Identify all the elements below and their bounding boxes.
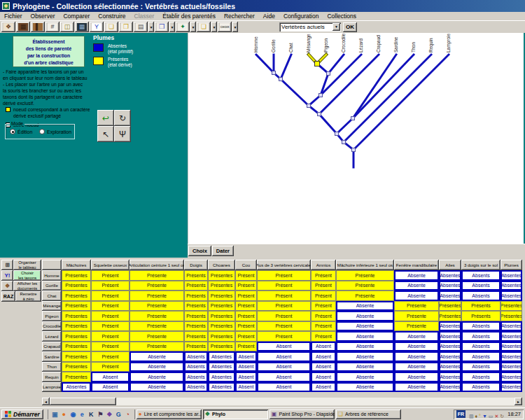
windows-grid-icon[interactable]: ❖ [105,410,114,419]
row-header-crocodile[interactable]: Crocodile [42,321,62,332]
menu-item-fichier[interactable]: Fichier [0,12,27,20]
choix-button[interactable]: CHOIX [218,22,232,32]
task-arbres-button[interactable]: ❏Arbres de référence [336,410,401,419]
menu-item-configuration[interactable]: Configuration [279,12,323,20]
g-icon[interactable]: G [114,410,123,419]
task-paintshop-button[interactable]: ▣Paint Shop Pro - Diapside... [270,410,335,419]
collection-photo-button[interactable]: ❖ [1,22,15,32]
task-lire-button[interactable]: ●Lire et comprendre les ar... [136,410,202,419]
tree-node[interactable] [342,141,346,144]
column-header-choanes[interactable]: Choanes [208,260,235,270]
taxon-label-crocodile[interactable]: Crocodile [341,33,346,52]
ok-button[interactable]: OK [343,22,357,32]
media-icon[interactable]: ◔ [123,410,132,419]
documents-icon[interactable]: ❖ [1,281,13,291]
tree-node[interactable] [351,117,355,120]
folder-open-button[interactable]: ❐ [119,22,133,32]
raz-button[interactable]: RAZ [1,291,15,302]
build-tree-button[interactable]: ◫ [60,22,74,32]
choix-dropdown-icon[interactable]: ▼ [232,22,238,32]
taxon-label-requin[interactable]: Requin [428,38,434,52]
table-grid-button[interactable]: # [46,22,59,32]
tree-node[interactable] [318,113,321,116]
taxon-label-crapaud[interactable]: Crapaud [376,35,382,52]
cladogram-canvas[interactable]: HommeGorilleChatMésangePigeonCrocodileLé… [188,33,524,244]
column-header-fenetre-mandibulaire[interactable]: Fenêtre mandibulaire [394,260,439,270]
folder-button[interactable]: ❏ [197,22,211,32]
chevron-down-icon[interactable]: ▼ [332,23,340,31]
row-header-gorille[interactable]: Gorille [42,281,62,291]
tree-node[interactable] [327,72,330,76]
key-icon[interactable]: ° [479,414,481,419]
taxon-label-chat[interactable]: Chat [288,43,293,52]
tree-node[interactable] [272,71,276,75]
row-header-mesange[interactable]: Mésange [42,301,62,312]
control-label[interactable]: Afficher les documents [13,281,41,291]
fan-tree-tool-button[interactable]: Ψ [114,126,131,142]
display-icon[interactable]: ▥ [469,414,474,419]
shield-icon[interactable]: ▼ [482,414,487,419]
tree-node[interactable] [307,104,311,108]
language-indicator[interactable]: FR [456,410,465,418]
control-label[interactable]: Organiser le tableau [13,260,41,270]
column-header-squelette-osseux[interactable]: Squelette osseux [91,260,130,270]
window-icon[interactable]: ▭ [489,414,493,419]
scrollbar-track[interactable] [116,398,514,405]
taxon-label-lamproie[interactable]: Lamproie [446,34,451,52]
copy-windows-dropdown-icon[interactable]: ▼ [169,22,175,32]
row-header-lamproie[interactable]: Lamproie [42,382,62,393]
update-icon[interactable]: ↻ [500,414,504,419]
column-header-articulation-ceinture-1-seul-os[interactable]: Articulation ceinture 1 seul os [130,260,184,270]
row-header-pigeon[interactable]: Pigeon [42,311,62,321]
window-icon[interactable]: ▣ [50,410,59,419]
tree-node[interactable] [279,78,283,81]
column-header-3-doigts-sur-le-sol[interactable]: 3 doigts sur le sol [461,260,500,270]
menu-item-collections[interactable]: Collections [323,12,360,20]
menu-item-aide[interactable]: Aide [259,12,279,20]
choix-button[interactable]: Choix [188,246,211,256]
parente-tree-button[interactable]: Y [90,22,104,32]
folder-b-button[interactable]: ❏ [104,22,118,32]
tree-node-derived[interactable] [315,62,320,66]
column-header-ailes[interactable]: Ailes [439,260,461,270]
redo-rotate-tool-button[interactable]: ↻ [114,110,131,126]
taxon-label-gorille[interactable]: Gorille [271,39,276,52]
ie-icon[interactable]: e [78,410,87,419]
dater-button[interactable]: Dater [212,246,234,256]
images-dropdown-icon[interactable]: ▼ [190,22,196,32]
undo-tool-button[interactable]: ↩ [97,110,114,126]
row-header-thon[interactable]: Thon [42,362,62,372]
column-header-machoire-inferieure-1-seul-os[interactable]: Mâchoire inférieure 1 seul os [336,260,394,270]
row-header-sardine[interactable]: Sardine [42,351,62,362]
control-label[interactable]: Choisir les taxons [13,270,41,281]
row-header-lezard[interactable]: Lézard [42,331,62,342]
pointer-k-icon[interactable]: K [87,410,96,419]
menu-item-etablir-des-parentes[interactable]: Établir des parentés [158,12,220,20]
column-header-cou[interactable]: Cou [235,260,257,270]
tree-node[interactable] [335,132,339,136]
radio-icon[interactable] [39,129,45,134]
menu-item-observer[interactable]: Observer [27,12,59,20]
horizontal-scrollbar[interactable]: ◄ ► [42,398,522,405]
globe-icon[interactable]: ◉ [69,410,78,419]
scrollbar-thumb[interactable] [50,398,116,405]
folder-dropdown-icon[interactable]: ▼ [211,22,217,32]
column-header-amnios[interactable]: Amnios [311,260,336,270]
firefox-icon[interactable]: ● [59,410,69,419]
taxon-label-pigeon[interactable]: Pigeon [323,38,329,52]
print-dropdown-icon[interactable]: ▼ [148,22,154,32]
network-error-icon[interactable]: ✕ [494,414,498,419]
observe-photo-button[interactable]: ▦ [16,22,30,32]
control-label[interactable]: Remettre à zéro [15,291,41,302]
volume-icon[interactable]: ♦ [475,414,478,419]
tree-node[interactable] [352,148,356,152]
column-header-doigts[interactable]: Doigts [184,260,208,270]
pointer-tool-button[interactable]: ↖ [97,126,114,142]
copy-windows-button[interactable]: ❒ [155,22,169,32]
taxon-label-mesange[interactable]: Mésange [306,34,312,52]
menu-item-construire[interactable]: Construire [94,12,130,20]
choose-taxa-icon[interactable]: Y! [1,270,13,281]
taxon-label-homme[interactable]: Homme [253,36,258,52]
flag-icon[interactable]: ⚑ [96,410,105,419]
scroll-right-icon[interactable]: ► [514,398,522,405]
